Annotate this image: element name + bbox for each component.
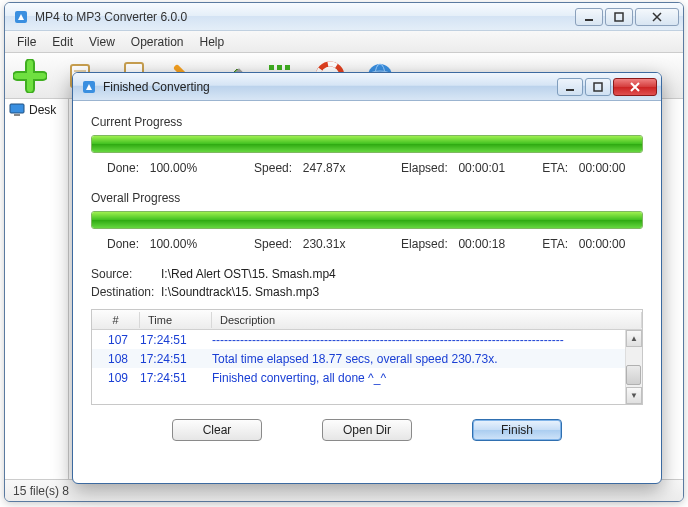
sidebar-item-label: Desk bbox=[29, 103, 56, 117]
svg-rect-6 bbox=[269, 65, 274, 70]
menu-operation[interactable]: Operation bbox=[123, 33, 192, 51]
dialog-title: Finished Converting bbox=[103, 80, 555, 94]
log-header-time[interactable]: Time bbox=[140, 312, 212, 328]
log-table: # Time Description 10717:24:51----------… bbox=[91, 309, 643, 405]
finish-button[interactable]: Finish bbox=[472, 419, 562, 441]
add-icon[interactable] bbox=[11, 57, 49, 95]
status-text: 15 file(s) 8 bbox=[13, 484, 69, 498]
overall-progress-label: Overall Progress bbox=[91, 191, 643, 205]
scroll-down-icon[interactable]: ▼ bbox=[626, 387, 642, 404]
current-stats: Done: 100.00% Speed: 247.87x Elapsed: 00… bbox=[91, 153, 643, 187]
menubar: File Edit View Operation Help bbox=[5, 31, 683, 53]
sidebar: Desk bbox=[5, 99, 69, 479]
dialog-close-button[interactable] bbox=[613, 78, 657, 96]
source-value: I:\Red Alert OST\15. Smash.mp4 bbox=[161, 267, 336, 281]
scroll-thumb[interactable] bbox=[626, 365, 641, 385]
menu-view[interactable]: View bbox=[81, 33, 123, 51]
current-done: 100.00% bbox=[150, 161, 197, 175]
log-row[interactable]: 10917:24:51Finished converting, all done… bbox=[92, 368, 642, 387]
dialog-titlebar[interactable]: Finished Converting bbox=[73, 73, 661, 101]
overall-speed: 230.31x bbox=[303, 237, 346, 251]
log-scrollbar[interactable]: ▲ ▼ bbox=[625, 330, 642, 404]
overall-elapsed: 00:00:18 bbox=[458, 237, 505, 251]
minimize-button[interactable] bbox=[575, 8, 603, 26]
open-dir-button[interactable]: Open Dir bbox=[322, 419, 412, 441]
maximize-button[interactable] bbox=[605, 8, 633, 26]
current-progress-label: Current Progress bbox=[91, 115, 643, 129]
svg-rect-1 bbox=[585, 19, 593, 21]
app-icon bbox=[13, 9, 29, 25]
destination-value: I:\Soundtrack\15. Smash.mp3 bbox=[161, 285, 319, 299]
clear-button[interactable]: Clear bbox=[172, 419, 262, 441]
main-titlebar[interactable]: MP4 to MP3 Converter 6.0.0 bbox=[5, 3, 683, 31]
log-header-desc[interactable]: Description bbox=[212, 312, 642, 328]
scroll-up-icon[interactable]: ▲ bbox=[626, 330, 642, 347]
current-progress-bar bbox=[91, 135, 643, 153]
svg-rect-24 bbox=[594, 83, 602, 91]
overall-eta: 00:00:00 bbox=[579, 237, 626, 251]
overall-stats: Done: 100.00% Speed: 230.31x Elapsed: 00… bbox=[91, 229, 643, 263]
progress-dialog: Finished Converting Current Progress Don… bbox=[72, 72, 662, 484]
svg-rect-21 bbox=[14, 114, 20, 116]
sidebar-item-desktop[interactable]: Desk bbox=[9, 103, 64, 117]
svg-rect-2 bbox=[615, 13, 623, 21]
menu-edit[interactable]: Edit bbox=[44, 33, 81, 51]
svg-rect-8 bbox=[285, 65, 290, 70]
log-row[interactable]: 10717:24:51-----------------------------… bbox=[92, 330, 642, 349]
current-elapsed: 00:00:01 bbox=[458, 161, 505, 175]
dialog-icon bbox=[81, 79, 97, 95]
dialog-maximize-button[interactable] bbox=[585, 78, 611, 96]
menu-help[interactable]: Help bbox=[192, 33, 233, 51]
svg-rect-20 bbox=[10, 104, 24, 113]
main-title: MP4 to MP3 Converter 6.0.0 bbox=[35, 10, 575, 24]
current-speed: 247.87x bbox=[303, 161, 346, 175]
svg-rect-7 bbox=[277, 65, 282, 70]
overall-done: 100.00% bbox=[150, 237, 197, 251]
dialog-minimize-button[interactable] bbox=[557, 78, 583, 96]
source-label: Source: bbox=[91, 267, 161, 281]
overall-progress-bar bbox=[91, 211, 643, 229]
log-row[interactable]: 10817:24:51Total time elapsed 18.77 secs… bbox=[92, 349, 642, 368]
close-button[interactable] bbox=[635, 8, 679, 26]
destination-label: Destination: bbox=[91, 285, 161, 299]
menu-file[interactable]: File bbox=[9, 33, 44, 51]
log-header-n[interactable]: # bbox=[92, 312, 140, 328]
svg-rect-23 bbox=[566, 89, 574, 91]
current-eta: 00:00:00 bbox=[579, 161, 626, 175]
